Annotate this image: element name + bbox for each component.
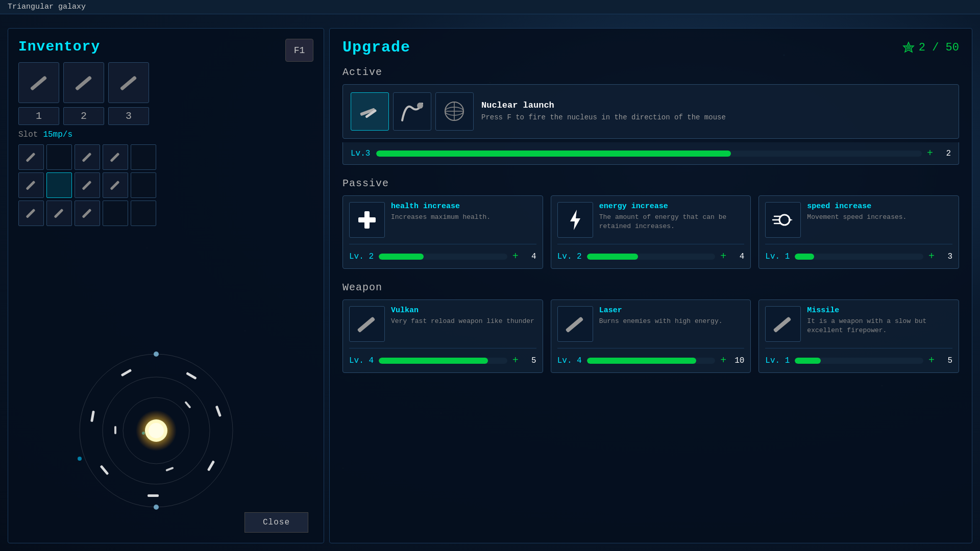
- inv-cell-1-5[interactable]: [131, 144, 156, 170]
- vulkan-card-header: Vulkan Very fast reload weapon like thun…: [349, 306, 536, 342]
- inv-cell-1-1[interactable]: [18, 144, 44, 170]
- missile-card-name: Missile: [807, 306, 952, 315]
- svg-rect-0: [30, 76, 47, 91]
- energy-upgrade-cost: 4: [731, 252, 744, 261]
- energy-level-row: Lv. 2 + 4: [557, 244, 745, 262]
- svg-rect-11: [82, 209, 91, 218]
- inv-cell-3-4[interactable]: [103, 201, 128, 226]
- laser-upgrade-cost: 10: [731, 356, 744, 365]
- weapon-slot-1[interactable]: [18, 62, 59, 103]
- inv-cell-2-3[interactable]: [75, 172, 100, 198]
- currency-icon: [902, 41, 915, 54]
- svg-rect-3: [26, 153, 35, 162]
- slot-number-1: 1: [18, 107, 59, 125]
- missile-card-header: Missile It is a weapon with a slow but e…: [765, 306, 952, 342]
- health-level-bar: [379, 254, 507, 260]
- energy-card-desc: The amount of energy that can be retaine…: [599, 213, 745, 231]
- energy-card-header: energy increase The amount of energy tha…: [557, 202, 745, 238]
- speed-upgrade-plus[interactable]: +: [928, 251, 935, 262]
- laser-upgrade-plus[interactable]: +: [720, 355, 726, 366]
- inv-cell-1-2[interactable]: [46, 144, 72, 170]
- f1-key-badge[interactable]: F1: [285, 39, 313, 62]
- speed-card-desc: Movement speed increases.: [807, 213, 906, 222]
- svg-rect-10: [54, 209, 63, 218]
- speed-card-name: speed increase: [807, 202, 906, 211]
- inv-cell-2-1[interactable]: [18, 172, 44, 198]
- health-card-desc: Increases maximum health.: [391, 213, 491, 222]
- inv-cell-1-4[interactable]: [103, 144, 128, 170]
- inv-cell-3-1[interactable]: [18, 201, 44, 226]
- svg-rect-8: [110, 181, 119, 190]
- vulkan-level-bar: [379, 358, 507, 364]
- health-upgrade-cost: 4: [524, 252, 536, 261]
- close-button[interactable]: Close: [244, 512, 308, 533]
- inv-cell-3-5[interactable]: [131, 201, 156, 226]
- vulkan-level-row: Lv. 4 + 5: [349, 348, 536, 366]
- svg-rect-19: [186, 372, 197, 380]
- active-level-row: Lv.3 + 2: [351, 147, 951, 159]
- svg-marker-48: [789, 218, 793, 221]
- health-upgrade-plus[interactable]: +: [512, 251, 519, 262]
- solar-system-diagram: [75, 349, 238, 512]
- weapon-slot-3[interactable]: [108, 62, 149, 103]
- svg-point-15: [154, 352, 159, 357]
- active-level-fill: [376, 151, 731, 157]
- inventory-grid-row-2: [18, 172, 313, 198]
- window-title: Triangular galaxy: [8, 3, 86, 11]
- ability-icon-3[interactable]: [435, 92, 474, 131]
- svg-rect-42: [358, 217, 376, 222]
- weapon-slot-3-icon: [116, 70, 141, 95]
- inv-cell-1-3[interactable]: [75, 144, 100, 170]
- laser-level-fill: [587, 358, 696, 364]
- missile-card-desc: It is a weapon with a slow but excellent…: [807, 317, 952, 335]
- laser-card-desc: Burns enemies with high energy.: [599, 317, 723, 326]
- missile-level-fill: [795, 358, 820, 364]
- inv-cell-2-5[interactable]: [131, 172, 156, 198]
- active-upgrade-cost: 2: [938, 149, 951, 158]
- inv-cell-3-2[interactable]: [46, 201, 72, 226]
- weapon-slots-row: [18, 62, 313, 103]
- weapon-section-label: Weapon: [342, 282, 959, 293]
- vulkan-upgrade-plus[interactable]: +: [512, 355, 519, 366]
- inv-cell-3-3[interactable]: [75, 201, 100, 226]
- active-level-bar: [376, 151, 922, 157]
- speed-level-fill: [795, 254, 814, 260]
- active-ability-info: Nuclear launch Press F to fire the nucle…: [481, 101, 951, 123]
- svg-rect-6: [26, 181, 35, 190]
- speed-level-label: Lv. 1: [765, 252, 790, 261]
- weapon-slot-2[interactable]: [63, 62, 104, 103]
- title-bar: Triangular galaxy: [0, 0, 980, 14]
- health-card-text: health increase Increases maximum health…: [391, 202, 491, 222]
- upgrade-header: Upgrade 2 / 50: [342, 39, 959, 56]
- missile-level-bar: [795, 358, 923, 364]
- vulkan-icon-box: [349, 306, 385, 342]
- svg-point-31: [149, 423, 164, 438]
- svg-rect-28: [114, 426, 116, 434]
- ability-icon-2[interactable]: [393, 92, 431, 131]
- laser-level-bar: [587, 358, 716, 364]
- svg-point-17: [78, 457, 82, 461]
- passive-cards-row: health increase Increases maximum health…: [342, 195, 959, 269]
- speed-level-bar: [795, 254, 923, 260]
- inv-cell-2-2[interactable]: [46, 172, 72, 198]
- slot-label-row: Slot 15mp/s: [18, 130, 313, 139]
- health-icon-box: [349, 202, 385, 238]
- svg-rect-24: [90, 411, 95, 422]
- passive-section-label: Passive: [342, 178, 959, 189]
- slot-number-2: 2: [63, 107, 104, 125]
- inv-cell-2-4[interactable]: [103, 172, 128, 198]
- missile-level-label: Lv. 1: [765, 356, 790, 365]
- active-upgrade-plus[interactable]: +: [927, 147, 933, 159]
- weapon-cards-row: Vulkan Very fast reload weapon like thun…: [342, 299, 959, 373]
- inventory-grid-row-1: [18, 144, 313, 170]
- missile-upgrade-plus[interactable]: +: [928, 355, 935, 366]
- currency-value: 2 / 50: [919, 41, 959, 54]
- svg-rect-23: [100, 465, 109, 475]
- vulkan-level-fill: [379, 358, 488, 364]
- svg-rect-1: [75, 76, 92, 91]
- ability-icon-1[interactable]: [351, 92, 389, 131]
- health-level-row: Lv. 2 + 4: [349, 244, 536, 262]
- svg-rect-25: [121, 369, 132, 377]
- energy-upgrade-plus[interactable]: +: [720, 251, 726, 262]
- svg-rect-7: [82, 181, 91, 190]
